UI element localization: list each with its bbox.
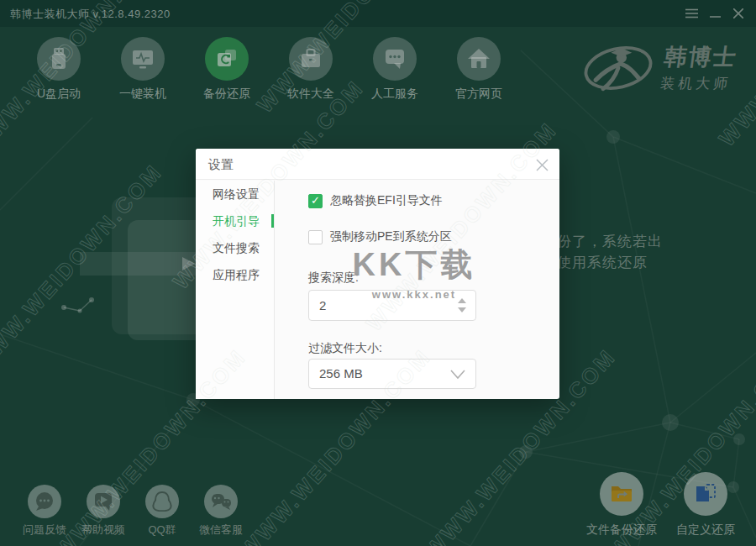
- option-label: 强制移动PE到系统分区: [330, 229, 452, 244]
- dialog-header: 设置: [196, 149, 559, 180]
- search-depth-label: 搜索深度:: [308, 270, 359, 286]
- settings-dialog: 设置 网络设置 开机引导 文件搜索 应用程序 忽略替换EFI引导文件 强制移动P…: [196, 149, 559, 399]
- dialog-sidebar: 网络设置 开机引导 文件搜索 应用程序: [196, 181, 275, 399]
- checkbox-force-move-pe[interactable]: [308, 230, 323, 244]
- spinner-down-icon[interactable]: [456, 305, 468, 315]
- sidebar-item-file-search[interactable]: 文件搜索: [196, 234, 274, 261]
- filter-size-value: 256 MB: [319, 366, 363, 381]
- option-ignore-efi[interactable]: 忽略替换EFI引导文件: [308, 193, 443, 208]
- chevron-down-icon: [450, 368, 465, 383]
- search-depth-field: [308, 290, 476, 321]
- sidebar-item-network-settings[interactable]: 网络设置: [196, 181, 274, 207]
- checkbox-ignore-efi[interactable]: [308, 194, 323, 208]
- sidebar-item-applications[interactable]: 应用程序: [196, 261, 274, 288]
- option-label: 忽略替换EFI引导文件: [330, 193, 443, 208]
- filter-size-select[interactable]: 256 MB: [308, 359, 476, 389]
- search-depth-input[interactable]: [319, 291, 445, 320]
- dialog-close-icon[interactable]: [533, 155, 551, 174]
- sidebar-item-boot-guide[interactable]: 开机引导: [196, 207, 274, 234]
- filter-size-label: 过滤文件大小:: [308, 341, 382, 356]
- option-force-move-pe[interactable]: 强制移动PE到系统分区: [308, 229, 452, 244]
- dialog-content: 忽略替换EFI引导文件 强制移动PE到系统分区 搜索深度: 过滤文件大小: 25…: [275, 181, 559, 399]
- dialog-title: 设置: [208, 157, 234, 173]
- app-window: 韩博士装机大师 v.12.8.49.2320 U盘启动 一键装机 备份还原: [0, 0, 756, 546]
